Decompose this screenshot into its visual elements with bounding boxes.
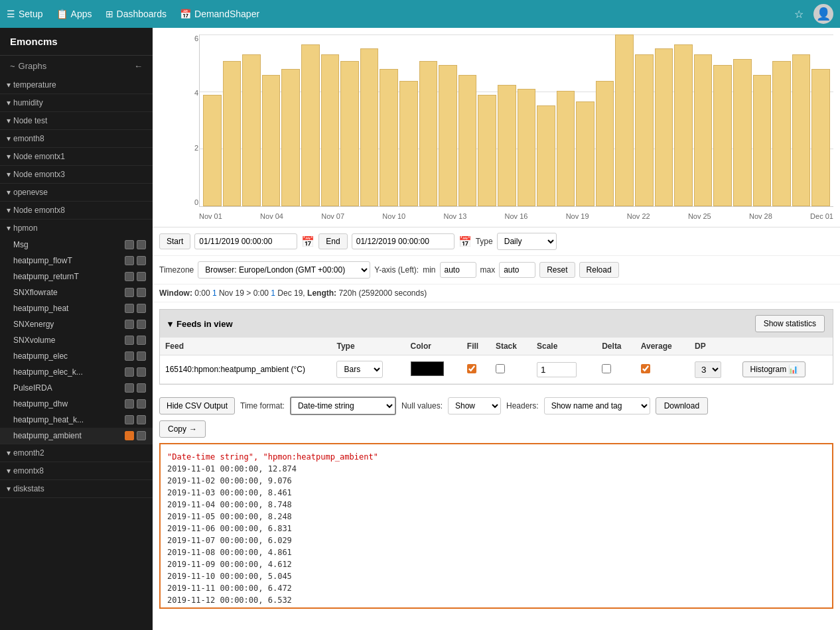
end-button[interactable]: End (318, 233, 347, 249)
null-values-select[interactable]: Show Hide (448, 397, 501, 414)
sidebar-feed-heatpump-ambient[interactable]: heatpump_ambient (0, 428, 153, 444)
sidebar-feed-heatpump-heat[interactable]: heatpump_heat (0, 300, 153, 316)
sidebar-item-diskstats[interactable]: ▾ diskstats (0, 480, 153, 497)
sidebar-feed-msg[interactable]: Msg (0, 237, 153, 253)
chart-bar (753, 75, 772, 206)
scale-input[interactable] (537, 362, 577, 377)
headers-select[interactable]: Show name and tag Show name only Hide (544, 397, 650, 414)
star-icon[interactable]: ☆ (794, 8, 804, 21)
sidebar-section-graphs[interactable]: ~ Graphs ← (0, 56, 153, 76)
dp-select[interactable]: 0 1 2 3 4 (695, 361, 721, 378)
sidebar-feed-heatpump-dhw[interactable]: heatpump_dhw (0, 396, 153, 412)
sidebar-feed-heatpump-heat-k[interactable]: heatpump_heat_k... (0, 412, 153, 428)
show-statistics-button[interactable]: Show statistics (755, 315, 825, 332)
time-format-select[interactable]: Date-time string Unix timestamp Unix tim… (290, 397, 396, 415)
feed-checkbox-line[interactable] (125, 288, 134, 297)
feed-checkbox-bar[interactable] (137, 415, 146, 424)
feed-checkbox-bar[interactable] (137, 336, 146, 345)
window-link-1[interactable]: 1 (212, 288, 217, 298)
group-label: emonth8 (13, 134, 44, 143)
feed-checkbox-line[interactable] (125, 383, 134, 393)
nav-apps[interactable]: 📋 Apps (56, 9, 92, 19)
sidebar-item-temperature[interactable]: ▾ temperature (0, 76, 153, 94)
feed-checkbox-line[interactable] (125, 415, 134, 424)
feed-scale-cell (531, 355, 596, 384)
histogram-button[interactable]: Histogram 📊 (742, 361, 805, 377)
feed-checkbox-bar[interactable] (137, 431, 146, 440)
feed-checkbox-bar[interactable] (137, 351, 146, 361)
hide-csv-button[interactable]: Hide CSV Output (159, 397, 235, 414)
feed-checkbox-line[interactable] (125, 240, 134, 249)
sidebar-item-openevse[interactable]: ▾ openevse (0, 184, 153, 201)
col-average: Average (636, 338, 689, 355)
sidebar-item-humidity[interactable]: ▾ humidity (0, 94, 153, 111)
feed-checkbox-line[interactable] (125, 336, 134, 345)
sidebar-feed-heatpump-flowt[interactable]: heatpump_flowT (0, 253, 153, 269)
color-swatch[interactable] (411, 361, 444, 376)
average-checkbox[interactable] (641, 364, 650, 373)
feed-type-select[interactable]: Bars Line Step (336, 361, 383, 378)
feed-checkbox-line[interactable] (125, 431, 134, 440)
nav-demandshaper[interactable]: 📅 DemandShaper (180, 9, 259, 19)
type-select[interactable]: Daily Weekly Monthly (497, 233, 557, 250)
timezone-select[interactable]: Browser: Europe/London (GMT +00:00) (198, 261, 370, 279)
sidebar-item-emontx8[interactable]: ▾ Node emontx8 (0, 202, 153, 219)
feed-checkbox-bar[interactable] (137, 383, 146, 393)
start-calendar-icon[interactable]: 📅 (301, 235, 315, 248)
start-date-input[interactable] (194, 233, 297, 249)
download-button[interactable]: Download (656, 397, 708, 414)
yaxis-max-input[interactable] (499, 262, 535, 278)
sidebar-item-emontx3[interactable]: ▾ Node emontx3 (0, 166, 153, 183)
feed-checkbox-bar[interactable] (137, 240, 146, 249)
nav-dashboards[interactable]: ⊞ Dashboards (105, 9, 167, 19)
copy-button[interactable]: Copy → (159, 420, 206, 438)
fill-checkbox[interactable] (467, 364, 476, 373)
feed-name: heatpump_flowT (13, 256, 125, 265)
sidebar-back-arrow[interactable]: ← (134, 61, 143, 71)
sidebar-feed-heatpump-elec-k[interactable]: heatpump_elec_k... (0, 364, 153, 380)
yaxis-min-label: min (423, 265, 435, 275)
reload-button[interactable]: Reload (579, 262, 619, 278)
yaxis-min-input[interactable] (440, 262, 476, 278)
nav-setup[interactable]: ☰ Setup (7, 9, 43, 19)
end-calendar-icon[interactable]: 📅 (458, 235, 472, 248)
sidebar-item-emonth2[interactable]: ▾ emonth2 (0, 444, 153, 462)
feeds-collapse-icon[interactable]: ▾ (168, 319, 173, 329)
start-button[interactable]: Start (159, 233, 190, 249)
feed-checkbox-line[interactable] (125, 256, 134, 265)
feed-checkbox-line[interactable] (125, 351, 134, 361)
feed-checkbox-bar[interactable] (137, 304, 146, 313)
feed-checkbox-bar[interactable] (137, 399, 146, 409)
chart-bar (242, 54, 261, 206)
stack-checkbox[interactable] (496, 364, 505, 373)
sidebar-item-emontx1[interactable]: ▾ Node emontx1 (0, 148, 153, 165)
feed-checkbox-line[interactable] (125, 320, 134, 329)
reset-button[interactable]: Reset (539, 262, 575, 278)
sidebar-feed-heatpump-returnt[interactable]: heatpump_returnT (0, 269, 153, 284)
sidebar-feed-snxvolume[interactable]: SNXvolume (0, 332, 153, 348)
delta-checkbox[interactable] (602, 364, 611, 373)
sidebar-item-emontx8b[interactable]: ▾ emontx8 (0, 462, 153, 479)
feeds-section: ▾ Feeds in view Show statistics Feed Typ… (159, 309, 833, 385)
feed-checkbox-bar[interactable] (137, 367, 146, 377)
sidebar-feed-snxflowrate[interactable]: SNXflowrate (0, 284, 153, 300)
sidebar-item-hpmon[interactable]: ▾ hpmon (0, 220, 153, 237)
sidebar-group-diskstats: ▾ diskstats (0, 480, 153, 498)
feed-checkbox-bar[interactable] (137, 320, 146, 329)
sidebar-item-emonth8[interactable]: ▾ emonth8 (0, 130, 153, 147)
sidebar-feed-heatpump-elec[interactable]: heatpump_elec (0, 348, 153, 364)
feed-checkbox-line[interactable] (125, 367, 134, 377)
feed-name: SNXenergy (13, 320, 125, 329)
feed-checkbox-bar[interactable] (137, 256, 146, 265)
feed-checkbox-line[interactable] (125, 399, 134, 409)
feed-checkbox-bar[interactable] (137, 288, 146, 297)
end-date-input[interactable] (352, 233, 455, 249)
window-link-2[interactable]: 1 (271, 288, 275, 298)
user-avatar[interactable]: 👤 (813, 4, 833, 24)
feed-checkbox-line[interactable] (125, 304, 134, 313)
sidebar-item-nodetest[interactable]: ▾ Node test (0, 112, 153, 129)
sidebar-feed-snxenergy[interactable]: SNXenergy (0, 316, 153, 332)
feed-checkbox-line[interactable] (125, 272, 134, 281)
feed-checkbox-bar[interactable] (137, 272, 146, 281)
sidebar-feed-pulseirda[interactable]: PulseIRDA (0, 380, 153, 396)
